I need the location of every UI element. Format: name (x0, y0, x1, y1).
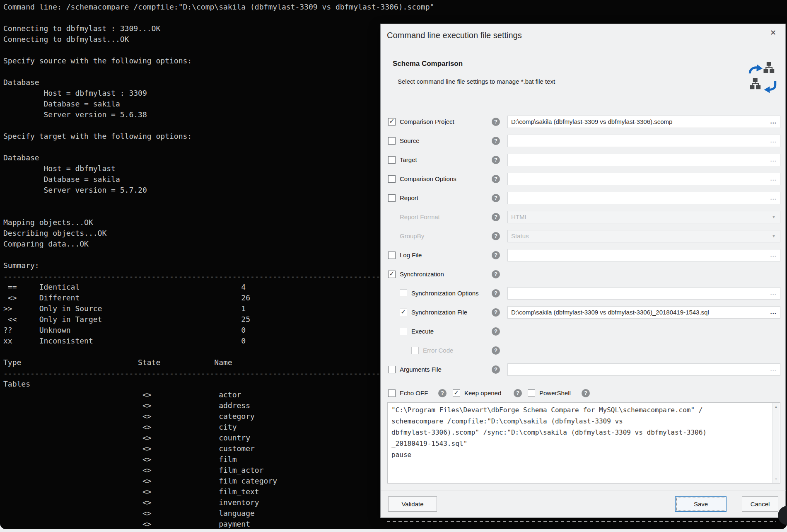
help-icon-report[interactable]: ? (492, 194, 500, 202)
textarea-scrollbar[interactable]: ▲ ▾ (772, 403, 780, 483)
help-icon-comparison-options[interactable]: ? (492, 175, 500, 183)
help-icon-keep-opened[interactable]: ? (514, 389, 522, 397)
dropdown-value-report-format: HTML (511, 211, 768, 223)
label-synchronization-options: Synchronization Options (411, 284, 479, 303)
label-synchronization: Synchronization (400, 265, 444, 284)
browse-button-synchronization-options: ... (770, 287, 777, 299)
label-groupby: GroupBy (400, 227, 424, 246)
help-icon-synchronization[interactable]: ? (492, 270, 500, 278)
footer-divider (381, 491, 786, 491)
form-row-synchronization: ✓Synchronization? (381, 265, 786, 284)
help-icon-powershell[interactable]: ? (582, 389, 590, 397)
field-value-comparison-project: D:\comp\sakila (dbfmylast-3309 vs dbfmyl… (511, 116, 768, 128)
console-dashed-line (387, 521, 776, 522)
form-row-comparison-project: ✓Comparison Project?D:\comp\sakila (dbfm… (381, 112, 786, 131)
check-icon: ✓ (389, 117, 394, 125)
label-synchronization-file: Synchronization File (411, 303, 467, 322)
browse-button-log-file: ... (770, 249, 777, 261)
field-value-synchronization-file: D:\comp\sakila (dbfmylast-3309 vs dbfmyl… (511, 307, 768, 318)
help-icon-execute[interactable]: ? (492, 327, 500, 336)
field-target[interactable]: ... (507, 154, 780, 166)
form-row-source: Source?... (381, 131, 786, 150)
dropdown-value-groupby: Status (511, 230, 768, 242)
scroll-down-icon[interactable]: ▾ (773, 477, 780, 481)
bat-options-row: Echo OFF?✓Keep opened?PowerShell? (381, 384, 786, 403)
window-frame: Command line: /schemacompare /compfile:"… (0, 0, 787, 532)
checkbox-execute[interactable] (400, 328, 407, 335)
form-row-groupby: GroupBy?Status▼ (381, 227, 786, 246)
help-icon-log-file[interactable]: ? (492, 251, 500, 259)
browse-button-source: ... (770, 135, 777, 146)
label-report: Report (400, 189, 418, 208)
help-icon-synchronization-file[interactable]: ? (492, 308, 500, 317)
save-button[interactable]: Save (675, 496, 727, 512)
help-icon-synchronization-options[interactable]: ? (492, 289, 500, 297)
checkbox-source[interactable] (388, 137, 396, 145)
checkbox-synchronization-file[interactable]: ✓ (400, 309, 407, 316)
field-arguments-file[interactable]: ... (507, 363, 780, 376)
checkbox-synchronization[interactable]: ✓ (388, 271, 396, 278)
help-icon-target[interactable]: ? (492, 156, 500, 164)
bat-file-text: "C:\Program Files\Devart\dbForge Schema … (391, 404, 707, 460)
close-icon[interactable]: ✕ (770, 29, 776, 36)
field-comparison-options[interactable]: ... (507, 173, 780, 185)
label-keep-opened: Keep opened (464, 384, 501, 403)
checkbox-report[interactable] (388, 194, 396, 202)
browse-button-report: ... (770, 192, 777, 203)
browse-button-target: ... (770, 154, 777, 165)
label-report-format: Report Format (400, 208, 440, 227)
browse-button-comparison-options: ... (770, 173, 777, 184)
dropdown-report-format: HTML▼ (507, 211, 780, 223)
form-row-comparison-options: Comparison Options?... (381, 169, 786, 189)
validate-button[interactable]: Validate (388, 496, 437, 512)
form-row-target: Target?... (381, 150, 786, 169)
field-comparison-project[interactable]: D:\comp\sakila (dbfmylast-3309 vs dbfmyl… (507, 116, 780, 128)
form-row-report: Report?... (381, 189, 786, 208)
label-log-file: Log File (400, 246, 422, 265)
chevron-down-icon: ▼ (772, 211, 776, 223)
form-row-error-code: Error Code? (381, 341, 786, 360)
checkbox-target[interactable] (388, 156, 396, 164)
bat-file-text-area[interactable]: "C:\Program Files\Devart\dbForge Schema … (387, 402, 780, 484)
form-row-report-format: Report Format?HTML▼ (381, 208, 786, 227)
checkbox-echo-off[interactable] (388, 389, 396, 397)
field-log-file[interactable]: ... (507, 249, 780, 261)
label-powershell: PowerShell (539, 384, 571, 403)
label-source: Source (400, 131, 420, 150)
browse-button-comparison-project[interactable]: ... (770, 116, 777, 127)
check-icon: ✓ (389, 270, 394, 278)
cancel-button[interactable]: Cancel (742, 496, 778, 512)
page-title: Schema Comparison (393, 60, 463, 68)
help-icon-source[interactable]: ? (492, 137, 500, 145)
field-synchronization-options[interactable]: ... (507, 287, 780, 300)
browse-button-arguments-file: ... (770, 363, 777, 375)
checkbox-synchronization-options[interactable] (400, 290, 407, 297)
browse-button-synchronization-file[interactable]: ... (770, 306, 777, 318)
scroll-up-icon[interactable]: ▲ (773, 405, 780, 409)
checkbox-powershell[interactable] (528, 389, 535, 397)
help-icon-arguments-file[interactable]: ? (492, 365, 500, 374)
help-icon-error-code[interactable]: ? (492, 346, 500, 355)
form-row-synchronization-options: Synchronization Options?... (381, 284, 786, 303)
schema-compare-icon (747, 60, 778, 94)
field-report[interactable]: ... (507, 192, 780, 204)
field-source[interactable]: ... (507, 135, 780, 147)
form-row-synchronization-file: ✓Synchronization File?D:\comp\sakila (db… (381, 303, 786, 322)
dialog-subtitle: Select command line file settings to man… (398, 78, 555, 85)
dropdown-groupby: Status▼ (507, 230, 780, 242)
help-icon-comparison-project[interactable]: ? (492, 118, 500, 126)
checkbox-comparison-project[interactable]: ✓ (388, 118, 396, 126)
checkbox-arguments-file[interactable] (388, 366, 396, 373)
help-icon-report-format[interactable]: ? (492, 213, 500, 221)
check-icon: ✓ (454, 389, 459, 396)
checkbox-keep-opened[interactable]: ✓ (453, 389, 460, 397)
field-synchronization-file[interactable]: D:\comp\sakila (dbfmylast-3309 vs dbfmyl… (507, 306, 780, 319)
checkbox-log-file[interactable] (388, 251, 396, 259)
checkbox-error-code (411, 347, 419, 354)
checkbox-comparison-options[interactable] (388, 175, 396, 183)
help-icon-echo-off[interactable]: ? (438, 389, 447, 397)
form-row-execute: Execute? (381, 322, 786, 341)
label-error-code: Error Code (423, 341, 453, 360)
help-icon-groupby[interactable]: ? (492, 232, 500, 240)
label-arguments-file: Arguments File (400, 360, 442, 379)
